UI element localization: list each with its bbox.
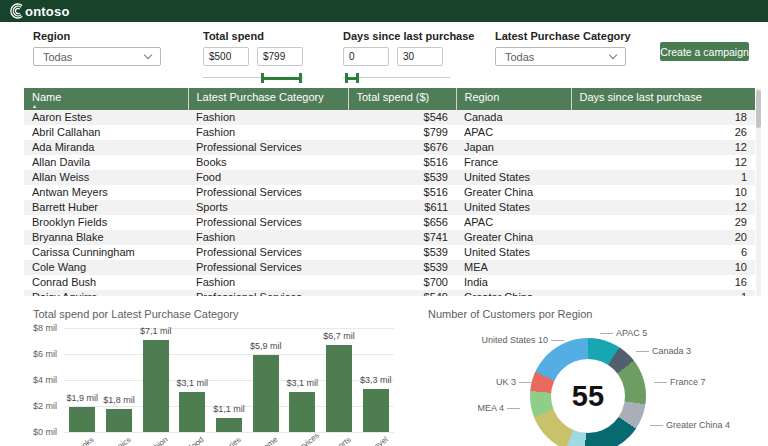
- bar[interactable]: [289, 392, 315, 432]
- table-cell: 1: [571, 170, 755, 185]
- donut-callout-united-states: United States 10: [481, 335, 564, 345]
- column-header[interactable]: Region: [456, 88, 571, 110]
- grid-line: [64, 432, 394, 433]
- bar-value-label: $5,9 mil: [236, 341, 296, 351]
- table-cell: Professional Services: [188, 260, 348, 275]
- table-scrollbar[interactable]: [756, 88, 761, 296]
- column-header[interactable]: Total spend ($): [348, 88, 456, 110]
- total-spend-filter: Total spend: [203, 30, 303, 83]
- donut-center-total: 55: [551, 359, 625, 433]
- create-campaign-button[interactable]: Create a campaign: [660, 42, 749, 61]
- bar[interactable]: [253, 355, 279, 432]
- table-cell: Antwan Meyers: [24, 185, 188, 200]
- y-axis-tick: $0 mil: [33, 427, 63, 437]
- slider-selected-range[interactable]: [262, 77, 300, 80]
- table-row[interactable]: Abril CallahanFashion$799APAC26: [24, 125, 755, 140]
- table-cell: 10: [571, 260, 755, 275]
- days-min-input[interactable]: [343, 47, 389, 66]
- slider-max-handle[interactable]: [356, 73, 359, 83]
- category-filter-label: Latest Purchase Category: [495, 30, 631, 42]
- bar-value-label: $1,8 mil: [89, 395, 149, 405]
- table-scrollbar-thumb[interactable]: [756, 90, 761, 128]
- days-filter: Days since last purchase: [343, 30, 474, 83]
- column-header[interactable]: Days since last purchase: [571, 88, 755, 110]
- customer-table: Name▲Latest Purchase CategoryTotal spend…: [24, 88, 761, 296]
- table-cell: Professional Services: [188, 140, 348, 155]
- table-row[interactable]: Conrad BushFashion$700India16: [24, 275, 755, 290]
- donut-callout-mea: MEA 4: [477, 403, 520, 413]
- column-header[interactable]: Latest Purchase Category: [188, 88, 348, 110]
- category-filter: Latest Purchase Category Todas: [495, 30, 631, 66]
- table-cell: $539: [348, 170, 456, 185]
- leader-line: [519, 382, 532, 383]
- days-slider[interactable]: [343, 73, 450, 83]
- table-cell: 12: [571, 155, 755, 170]
- table-row[interactable]: Allan DavilaBooks$516France12: [24, 155, 755, 170]
- bar-value-label: $3,1 mil: [272, 378, 332, 388]
- region-filter-label: Region: [33, 30, 161, 42]
- table-row[interactable]: Allan WeissFood$539United States1: [24, 170, 755, 185]
- slider-min-handle[interactable]: [261, 73, 264, 83]
- table-cell: Abril Callahan: [24, 125, 188, 140]
- table-row[interactable]: Cole WangProfessional Services$539MEA10: [24, 260, 755, 275]
- bar[interactable]: [216, 418, 242, 432]
- table-row[interactable]: Ada MirandaProfessional Services$676Japa…: [24, 140, 755, 155]
- category-dropdown-value: Todas: [505, 51, 534, 63]
- table-cell: Greater China: [456, 290, 571, 296]
- table-cell: $611: [348, 200, 456, 215]
- table-cell: 16: [571, 275, 755, 290]
- y-axis-tick: $2 mil: [33, 401, 63, 411]
- table-cell: Fashion: [188, 125, 348, 140]
- table-cell: Fashion: [188, 230, 348, 245]
- table-cell: $539: [348, 260, 456, 275]
- slider-max-handle[interactable]: [299, 73, 302, 83]
- donut-callout-canada: Canada 3: [636, 346, 691, 356]
- slider-min-handle[interactable]: [345, 73, 348, 83]
- table-cell: United States: [456, 245, 571, 260]
- table-row[interactable]: Carissa CunninghamProfessional Services$…: [24, 245, 755, 260]
- column-header[interactable]: Name▲: [24, 88, 188, 110]
- bar-value-label: $7,1 mil: [126, 326, 186, 336]
- table-cell: 12: [571, 200, 755, 215]
- total-spend-max-input[interactable]: [257, 47, 303, 66]
- grid-line: [64, 328, 394, 329]
- table-cell: 29: [571, 215, 755, 230]
- bar[interactable]: [69, 407, 95, 432]
- table-row[interactable]: Brooklyn FieldsProfessional Services$656…: [24, 215, 755, 230]
- donut-callout-apac: APAC 5: [600, 328, 647, 338]
- table-cell: Aaron Estes: [24, 110, 188, 125]
- bar-value-label: $1,1 mil: [199, 404, 259, 414]
- chevron-down-icon: [609, 51, 617, 59]
- days-max-input[interactable]: [397, 47, 443, 66]
- table-cell: $539: [348, 245, 456, 260]
- dashboard: ontoso Region Todas Total spend Days sin…: [0, 0, 768, 446]
- table-cell: United States: [456, 170, 571, 185]
- table-row[interactable]: Antwan MeyersProfessional Services$516Gr…: [24, 185, 755, 200]
- total-spend-slider[interactable]: [203, 73, 303, 83]
- region-filter: Region Todas: [33, 30, 161, 66]
- table-row[interactable]: Bryanna BlakeFashion$741Greater China20: [24, 230, 755, 245]
- days-filter-label: Days since last purchase: [343, 30, 474, 42]
- leader-line: [650, 425, 663, 426]
- table-row[interactable]: Daisy AguirreProfessional Services$549Gr…: [24, 290, 755, 296]
- contoso-logo-text: ontoso: [25, 4, 70, 19]
- customers-donut-chart: Number of Customers por Region 55 APAC 5…: [408, 300, 768, 446]
- leader-line: [636, 351, 649, 352]
- bar[interactable]: [326, 345, 352, 432]
- table-cell: Professional Services: [188, 245, 348, 260]
- total-spend-min-input[interactable]: [203, 47, 249, 66]
- table-row[interactable]: Barrett HuberSports$611United States12: [24, 200, 755, 215]
- donut-callout-france: France 7: [654, 377, 706, 387]
- top-bar: ontoso: [0, 0, 768, 22]
- bar[interactable]: [363, 389, 389, 432]
- y-axis-tick: $4 mil: [33, 375, 63, 385]
- table-row[interactable]: Aaron EstesFashion$546Canada18: [24, 110, 755, 125]
- table-cell: Ada Miranda: [24, 140, 188, 155]
- leader-line: [600, 333, 613, 334]
- region-dropdown[interactable]: Todas: [33, 47, 161, 66]
- chevron-down-icon: [144, 51, 152, 59]
- table-cell: Allan Weiss: [24, 170, 188, 185]
- category-dropdown[interactable]: Todas: [495, 47, 626, 66]
- donut-callout-greater-china: Greater China 4: [650, 420, 730, 430]
- bar[interactable]: [106, 409, 132, 432]
